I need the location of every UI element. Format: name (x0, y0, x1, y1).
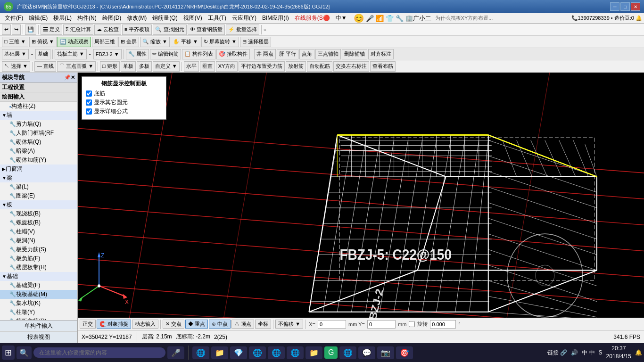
task-web[interactable]: 🌐 (339, 346, 356, 359)
task-explorer[interactable]: 📁 (211, 346, 228, 359)
single-slab-tool[interactable]: 单板 (121, 61, 136, 72)
window-controls[interactable]: ─ □ ✕ (610, 2, 640, 11)
tree-node-civil-defense-wall[interactable]: 🔧 人防门框墙(RF (0, 129, 77, 138)
save-button[interactable]: 💾 (25, 25, 36, 35)
tree-node-beam[interactable]: 🔧 梁(L) (0, 182, 77, 191)
menu-floor[interactable]: 楼层(L) (50, 13, 74, 23)
tree-section-door-window[interactable]: ▶ 门窗洞 (0, 165, 77, 173)
mic-button[interactable]: 🎤 (167, 346, 184, 359)
delete-axis-button[interactable]: 删除辅轴 (342, 49, 367, 59)
view-rebar-button[interactable]: 👁 查看钢筋量 (188, 25, 225, 35)
tree-node-slab-neg-rebar[interactable]: 🔧 板负筋(F) (0, 254, 77, 263)
tree-node-raft-foundation[interactable]: 🔧 筏板基础(M) (0, 290, 77, 299)
task-browser2[interactable]: 🌐 (268, 346, 285, 359)
xy-direction-tool[interactable]: XY方向 (216, 61, 238, 72)
local-3d-button[interactable]: 局部三维 (92, 37, 117, 47)
fullscreen-button[interactable]: ⊞ 全屏 (118, 37, 139, 47)
tree-node-ring-beam[interactable]: 🔧 圈梁(E) (0, 191, 77, 200)
define-button[interactable]: ☰ 定义 (41, 25, 62, 35)
tree-node-dark-beam[interactable]: 🔧 暗梁(A) (0, 147, 77, 156)
find-element-button[interactable]: 🔍 查找图元 (153, 25, 186, 35)
tree-section-wall[interactable]: ▼ 墙 (0, 111, 77, 120)
center-button[interactable]: ⊙ 中点 (209, 320, 231, 329)
cloud-check-button[interactable]: ☁ 云检查 (94, 25, 121, 35)
sub-layer-select[interactable]: 基础 (35, 49, 50, 59)
task-app1[interactable]: 💎 (230, 346, 247, 359)
search-button[interactable]: 🔍 (17, 346, 32, 359)
intersection-button[interactable]: ✕ 交点 (163, 320, 184, 329)
task-msg[interactable]: 💬 (358, 346, 375, 359)
section-draw-input[interactable]: 绘图输入 (0, 92, 77, 102)
task-browser3[interactable]: 🌐 (287, 346, 304, 359)
dynamic-observe-button[interactable]: 🔄 动态观察 (58, 37, 91, 47)
tree-node-floor-band[interactable]: 🔧 楼层板带(H) (0, 263, 77, 272)
rebar-id-select[interactable]: FBZJ-2 ▼ (93, 49, 122, 59)
menu-view[interactable]: 视图(V) (181, 13, 205, 23)
menu-bim[interactable]: BIM应用(I) (259, 13, 292, 23)
report-view-button[interactable]: 报表视图 (0, 332, 77, 343)
tree-node-slab-rebar[interactable]: 🔧 板受力筋(S) (0, 245, 77, 254)
align-top-button[interactable]: ≡ 平齐板顶 (122, 25, 152, 35)
zoom-button[interactable]: 🔍 缩放 ▼ (140, 37, 170, 47)
rect-tool[interactable]: □ 矩形 (100, 61, 120, 72)
multi-slab-tool[interactable]: 多板 (137, 61, 152, 72)
dynamic-input-button[interactable]: 动态输入 (132, 320, 158, 329)
task-target[interactable]: 🎯 (396, 346, 413, 359)
rotate-input[interactable] (430, 320, 456, 329)
task-folder[interactable]: 📁 (305, 346, 322, 359)
tree-node-cast-slab[interactable]: 🔧 现浇板(B) (0, 209, 77, 218)
vertex-button[interactable]: △ 顶点 (231, 320, 254, 329)
taskbar-search-input[interactable] (33, 347, 165, 358)
menu-edit[interactable]: 编辑(E) (26, 13, 50, 23)
midpoint-button[interactable]: ◆ 重点 (185, 320, 208, 329)
y-coord-input[interactable] (367, 320, 396, 329)
tree-node-spiral-slab[interactable]: 🔧 螺旋板(B) (0, 218, 77, 227)
tree-node-raft-main-rebar[interactable]: 🔧 筏板主筋(R) (0, 317, 77, 320)
view-rebar-dist-tool[interactable]: 查看布筋 (370, 61, 396, 72)
object-snap-button[interactable]: 🧲 对象捕捉 (97, 320, 131, 329)
menu-draw[interactable]: 绘图(D) (99, 13, 124, 23)
line-tool[interactable]: — 直线 (34, 61, 56, 72)
close-button[interactable]: ✕ (631, 2, 640, 11)
radial-rebar-tool[interactable]: 放射筋 (286, 61, 306, 72)
sum-button[interactable]: Σ 汇总计算 (63, 25, 93, 35)
tree-node-col-cap[interactable]: 🔧 柱帽(V) (0, 227, 77, 236)
sidebar-controls[interactable]: 📌✕ (64, 74, 75, 81)
menu-component[interactable]: 构件(N) (74, 13, 99, 23)
maximize-button[interactable]: □ (620, 2, 630, 11)
checkbox-bottom-rebar[interactable] (86, 90, 92, 97)
checkbox-show-formula[interactable] (86, 108, 92, 115)
custom-tool[interactable]: 自定义 ▼ (153, 61, 180, 72)
tree-node-shear-wall[interactable]: 🔧 剪力墙(Q) (0, 120, 77, 129)
three-point-axis-button[interactable]: 三点辅轴 (315, 49, 341, 59)
menu-lang[interactable]: 中▼ (333, 13, 350, 23)
x-coord-input[interactable] (318, 320, 346, 329)
tree-node-masonry-wall[interactable]: 🔧 砌体墙(Q) (0, 138, 77, 147)
menu-tools[interactable]: 工具(T) (205, 13, 229, 23)
minimize-button[interactable]: ─ (610, 2, 619, 11)
tree-node-foundation-beam[interactable]: 🔧 基础梁(F) (0, 281, 77, 290)
auto-config-tool[interactable]: 自动配筋 (307, 61, 332, 72)
top-view-button[interactable]: ⊞ 俯视 ▼ (29, 37, 57, 47)
3d-view-button[interactable]: □ 三维 ▼ (2, 37, 28, 47)
tree-section-foundation[interactable]: ▼ 基础 (0, 272, 77, 281)
checkbox-show-other[interactable] (86, 99, 92, 106)
edit-rebar-button[interactable]: ✏ 编辑钢筋 (150, 49, 181, 59)
section-project-settings[interactable]: 工程设置 (0, 83, 77, 92)
single-component-input-button[interactable]: 单构件输入 (0, 321, 77, 332)
undo-button[interactable]: ↩ (2, 25, 11, 35)
select-tool[interactable]: ↖ 选择 ▼ (2, 61, 30, 72)
start-button[interactable]: ⊞ (2, 346, 15, 360)
align-label-button[interactable]: 对齐标注 (368, 49, 394, 59)
point-angle-button[interactable]: 点角 (299, 49, 314, 59)
task-ie[interactable]: 🌐 (192, 346, 209, 359)
rebar-type-select[interactable]: 筏板主筋 ▼ (55, 49, 87, 59)
pan-button[interactable]: ✋ 平移 ▼ (171, 37, 200, 47)
vertical-tool[interactable]: 垂直 (200, 61, 215, 72)
pick-component-button[interactable]: 🎯 拾取构件 (216, 49, 250, 59)
tree-section-beam[interactable]: ▼ 梁 (0, 173, 77, 182)
tree-node-col-pier[interactable]: 🔧 柱墩(Y) (0, 308, 77, 317)
task-cam[interactable]: 📷 (377, 346, 394, 359)
menu-modify[interactable]: 修改(M) (124, 13, 149, 23)
task-browser1[interactable]: 🌐 (249, 346, 266, 359)
